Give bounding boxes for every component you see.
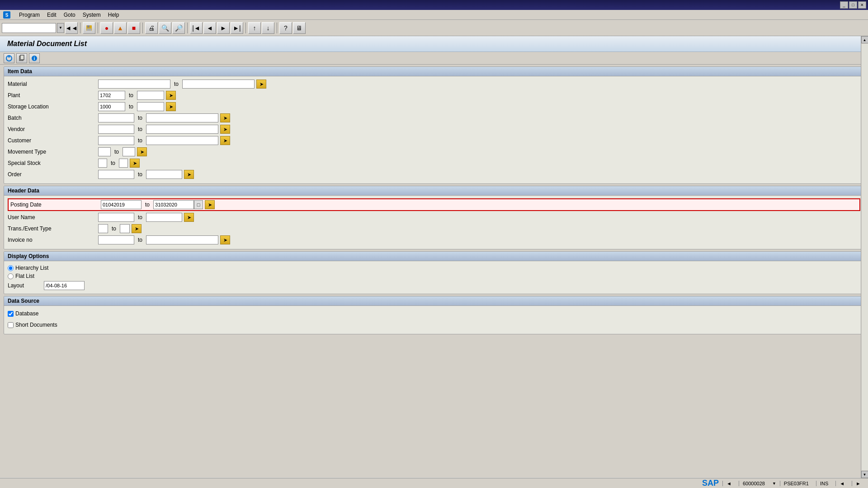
hierarchy-list-radio[interactable] xyxy=(8,265,14,271)
customer-from-input[interactable] xyxy=(98,136,134,145)
upload-button[interactable]: ↑ xyxy=(248,22,261,34)
page-title: Material Document List xyxy=(7,40,87,47)
user-name-to-input[interactable] xyxy=(146,213,182,222)
next-page-button[interactable]: ► xyxy=(217,22,230,34)
invoice-no-to-input[interactable] xyxy=(146,235,218,244)
trans-event-type-arrow-btn[interactable]: ➤ xyxy=(132,224,142,233)
movement-type-to-input[interactable] xyxy=(123,147,135,156)
material-arrow-btn[interactable]: ➤ xyxy=(256,80,266,89)
trans-event-type-from-input[interactable] xyxy=(98,224,108,233)
display-options-header: Display Options xyxy=(4,252,864,261)
menu-program[interactable]: Program xyxy=(15,11,43,19)
flat-list-radio[interactable] xyxy=(8,273,14,279)
command-dropdown-arrow[interactable]: ▼ xyxy=(57,23,64,33)
command-input[interactable] xyxy=(2,23,56,33)
menu-edit[interactable]: Edit xyxy=(43,11,60,19)
find-next-button[interactable]: 🔎 xyxy=(172,22,185,34)
storage-location-arrow-btn[interactable]: ➤ xyxy=(166,102,176,111)
trans-event-type-to-input[interactable] xyxy=(120,224,130,233)
menu-goto[interactable]: Goto xyxy=(60,11,79,19)
download-button[interactable]: ↓ xyxy=(262,22,274,34)
menu-help[interactable]: Help xyxy=(104,11,123,19)
layout-input[interactable] xyxy=(44,281,85,290)
user-name-arrow-btn[interactable]: ➤ xyxy=(184,213,194,222)
nav-left-status[interactable]: ◄ xyxy=(835,481,848,486)
print-button[interactable]: 🖨 xyxy=(145,22,158,34)
minimize-button[interactable]: _ xyxy=(840,1,848,9)
batch-from-input[interactable] xyxy=(98,113,134,122)
scroll-down-arrow[interactable]: ▼ xyxy=(861,471,868,478)
svg-rect-3 xyxy=(87,25,90,28)
posting-date-to-input[interactable] xyxy=(153,200,194,209)
trans-event-type-label: Trans./Event Type xyxy=(8,225,98,232)
database-checkbox[interactable] xyxy=(8,311,14,317)
svg-rect-8 xyxy=(20,55,24,60)
find-button[interactable]: 🔍 xyxy=(159,22,171,34)
customer-to-input[interactable] xyxy=(146,136,218,145)
invoice-no-from-input[interactable] xyxy=(98,235,134,244)
stop-button[interactable]: ■ xyxy=(127,22,140,34)
nav-prev-status[interactable]: ◄ xyxy=(722,481,735,486)
data-source-content: Database Short Documents xyxy=(4,306,864,334)
short-documents-checkbox[interactable] xyxy=(8,322,14,328)
material-from-input[interactable] xyxy=(98,80,170,89)
user-name-from-input[interactable] xyxy=(98,213,134,222)
nav-right-status[interactable]: ► xyxy=(852,481,864,486)
posting-date-from-input[interactable] xyxy=(101,200,142,209)
order-to-input[interactable] xyxy=(146,170,182,179)
user-name-row: User Name to ➤ xyxy=(8,212,860,222)
close-button[interactable]: ✕ xyxy=(858,1,866,9)
window-controls[interactable]: _ □ ✕ xyxy=(840,1,866,9)
posting-date-arrow-btn[interactable]: ➤ xyxy=(205,200,215,209)
batch-to-input[interactable] xyxy=(146,113,218,122)
plant-from-input[interactable] xyxy=(98,91,125,100)
page-toolbar: i xyxy=(0,52,868,65)
batch-arrow-btn[interactable]: ➤ xyxy=(220,113,230,122)
movement-type-arrow-btn[interactable]: ➤ xyxy=(137,147,147,156)
svg-text:S: S xyxy=(5,13,9,18)
help-button[interactable]: ? xyxy=(279,22,292,34)
order-from-input[interactable] xyxy=(98,170,134,179)
separator-2 xyxy=(98,23,98,33)
display-options-content: Hierarchy List Flat List Layout xyxy=(4,261,864,294)
refresh-icon-btn[interactable] xyxy=(4,53,14,63)
maximize-button[interactable]: □ xyxy=(849,1,857,9)
first-page-button[interactable]: |◄ xyxy=(190,22,203,34)
special-stock-to-input[interactable] xyxy=(119,159,128,168)
vendor-arrow-btn[interactable]: ➤ xyxy=(220,125,230,134)
prev-page-button[interactable]: ◄ xyxy=(203,22,216,34)
forward-button[interactable]: ▲ xyxy=(114,22,127,34)
plant-arrow-btn[interactable]: ➤ xyxy=(166,91,176,100)
nav-back-button[interactable]: ◄◄ xyxy=(65,22,78,34)
storage-location-to-input[interactable] xyxy=(137,102,164,111)
svg-text:i: i xyxy=(34,56,35,61)
plant-to-input[interactable] xyxy=(137,91,164,100)
special-stock-arrow-btn[interactable]: ➤ xyxy=(130,159,140,168)
calendar-button[interactable]: □ xyxy=(194,200,203,209)
vendor-to-input[interactable] xyxy=(146,125,218,134)
layout-row: Layout xyxy=(8,281,860,290)
sap-logo: SAP xyxy=(702,479,719,488)
customer-arrow-btn[interactable]: ➤ xyxy=(220,136,230,145)
copy-icon-btn[interactable] xyxy=(16,53,27,63)
back-button[interactable]: ● xyxy=(100,22,113,34)
movement-type-from-input[interactable] xyxy=(98,147,111,156)
last-page-button[interactable]: ►| xyxy=(231,22,243,34)
scrollbar-track[interactable] xyxy=(862,44,868,470)
trans-event-type-row: Trans./Event Type to ➤ xyxy=(8,224,860,234)
flat-list-row: Flat List xyxy=(8,273,860,279)
menu-system[interactable]: System xyxy=(79,11,104,19)
monitor-button[interactable]: 🖥 xyxy=(293,22,306,34)
material-to-input[interactable] xyxy=(182,80,255,89)
hierarchy-list-row: Hierarchy List xyxy=(8,265,860,271)
session-dropdown-arrow[interactable]: ▼ xyxy=(772,481,776,486)
scroll-up-arrow[interactable]: ▲ xyxy=(861,36,868,43)
special-stock-from-input[interactable] xyxy=(98,159,107,168)
save-button[interactable] xyxy=(83,22,95,34)
order-arrow-btn[interactable]: ➤ xyxy=(184,170,194,179)
info-icon-btn[interactable]: i xyxy=(29,53,40,63)
storage-location-from-input[interactable] xyxy=(98,102,125,111)
invoice-no-arrow-btn[interactable]: ➤ xyxy=(220,235,230,244)
item-data-section: Item Data Material to ➤ Plant to ➤ Stora… xyxy=(4,66,864,184)
vendor-from-input[interactable] xyxy=(98,125,134,134)
